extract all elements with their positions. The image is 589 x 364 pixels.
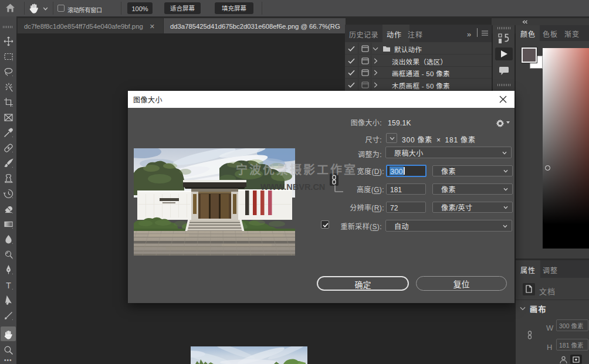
svg-text:T: T xyxy=(6,280,11,290)
